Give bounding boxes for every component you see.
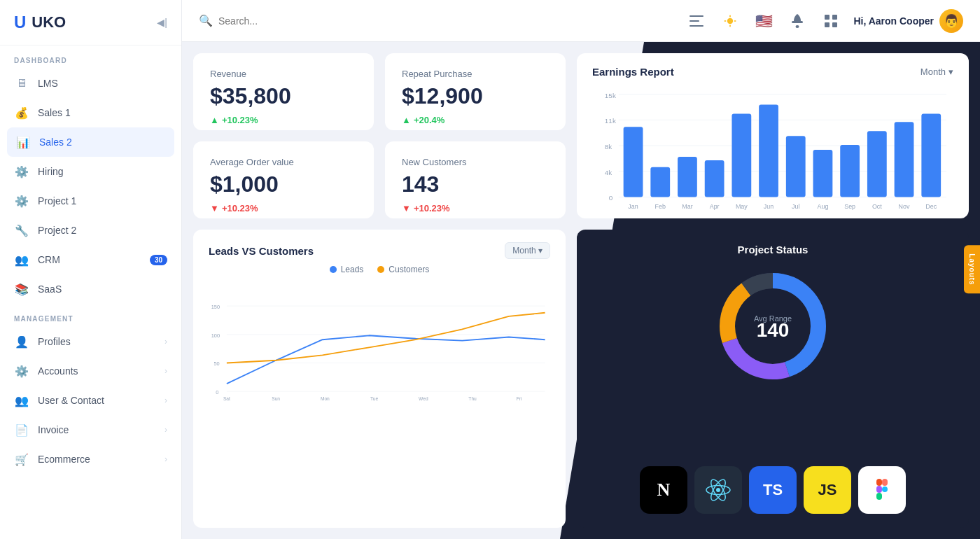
sidebar-logo: U UKO ◀| (0, 0, 181, 46)
svg-text:Jun: Jun (764, 203, 774, 210)
figma-icon[interactable] (858, 466, 906, 514)
sidebar-item-label: Invoice (38, 424, 69, 435)
earnings-header: Earnings Report Month ▾ (592, 66, 953, 78)
chevron-right-icon: › (164, 366, 167, 376)
ecommerce-icon: 🛒 (14, 451, 29, 467)
theme-toggle-icon[interactable] (719, 10, 741, 32)
sidebar-item-user-contact[interactable]: 👥 User & Contact › (0, 386, 181, 415)
sidebar-item-saas[interactable]: 📚 SaaS (0, 274, 181, 304)
revenue-card: Revenue $35,800 ▲ +10.23% (193, 53, 374, 130)
svg-rect-42 (867, 131, 887, 197)
layouts-button[interactable]: Layouts (964, 245, 980, 293)
new-customers-label: New Customers (402, 157, 549, 167)
search-bar[interactable]: 🔍 (199, 14, 409, 27)
customers-legend: Customers (377, 265, 429, 274)
new-customers-value: 143 (402, 172, 549, 197)
revenue-change: ▲ +10.23% (210, 115, 357, 125)
hiring-icon: ⚙️ (14, 164, 29, 179)
repeat-purchase-value: $12,900 (402, 83, 549, 109)
sidebar-item-ecommerce[interactable]: 🛒 Ecommerce › (0, 444, 181, 474)
collapse-sidebar-button[interactable]: ◀| (157, 17, 167, 28)
svg-rect-10 (825, 15, 830, 20)
logo: U UKO (14, 13, 66, 32)
sidebar-item-label: CRM (38, 254, 60, 265)
svg-rect-34 (759, 105, 778, 197)
sidebar-item-label: User & Contact (38, 395, 104, 406)
svg-text:Aug: Aug (818, 203, 829, 210)
sidebar: U UKO ◀| DASHBOARD 🖥 LMS 💰 Sales 1 📊 Sal… (0, 0, 182, 539)
leads-month-btn[interactable]: Month ▾ (505, 242, 550, 259)
svg-rect-13 (832, 22, 837, 27)
svg-text:Jul: Jul (792, 203, 799, 210)
svg-rect-11 (832, 15, 837, 20)
sidebar-item-label: Profiles (38, 336, 71, 347)
sidebar-item-hiring[interactable]: ⚙️ Hiring (0, 157, 181, 186)
svg-text:Feb: Feb (655, 203, 666, 210)
sidebar-item-label: Accounts (38, 365, 78, 377)
svg-rect-2 (690, 25, 704, 27)
svg-point-3 (727, 18, 733, 23)
sidebar-item-label: Ecommerce (38, 454, 90, 465)
menu-icon[interactable] (685, 10, 708, 32)
search-input[interactable] (218, 15, 358, 27)
sidebar-item-project1[interactable]: ⚙️ Project 1 (0, 186, 181, 216)
leads-dot (330, 266, 337, 273)
sidebar-item-label: Hiring (38, 166, 64, 177)
javascript-icon[interactable]: JS (804, 466, 851, 514)
sidebar-item-project2[interactable]: 🔧 Project 2 (0, 216, 181, 245)
revenue-value: $35,800 (210, 83, 357, 109)
greeting-text: Hi, Aaron Cooper (853, 15, 934, 27)
up-arrow-icon: ▲ (402, 115, 411, 125)
sales2-icon: 📊 (15, 134, 31, 150)
svg-text:150: 150 (211, 304, 220, 310)
svg-rect-12 (825, 22, 830, 27)
language-flag-icon[interactable]: 🇺🇸 (752, 10, 775, 32)
sidebar-item-label: Project 1 (38, 195, 76, 206)
sidebar-item-profiles[interactable]: 👤 Profiles › (0, 327, 181, 356)
sidebar-item-sales2[interactable]: 📊 Sales 2 (7, 127, 174, 157)
sidebar-item-invoice[interactable]: 📄 Invoice › (0, 415, 181, 444)
avg-order-label: Average Order value (210, 157, 357, 167)
topbar: 🔍 🇺🇸 Hi, Aaron Cooper 👨 (182, 0, 980, 42)
svg-text:50: 50 (214, 360, 219, 367)
saas-icon: 📚 (14, 281, 29, 297)
apps-grid-icon[interactable] (820, 10, 842, 32)
nextjs-icon[interactable]: N (640, 466, 687, 514)
svg-text:Jan: Jan (628, 203, 638, 210)
sidebar-item-sales1[interactable]: 💰 Sales 1 (0, 98, 181, 127)
user-greeting: Hi, Aaron Cooper 👨 (853, 9, 963, 33)
svg-point-73 (716, 488, 720, 492)
down-arrow-icon: ▼ (210, 203, 219, 214)
project1-icon: ⚙️ (14, 193, 29, 209)
svg-rect-44 (895, 122, 914, 197)
typescript-icon[interactable]: TS (749, 466, 797, 514)
svg-text:Wed: Wed (419, 396, 428, 401)
avatar: 👨 (939, 9, 963, 33)
new-customers-change: ▼ +10.23% (402, 203, 549, 214)
svg-text:140: 140 (757, 319, 790, 341)
repeat-purchase-change: ▲ +20.4% (402, 115, 549, 125)
logo-u: U (14, 13, 26, 32)
avg-order-card: Average Order value $1,000 ▼ +10.23% (193, 141, 374, 218)
customers-label: Customers (388, 265, 429, 274)
customers-dot (377, 266, 384, 273)
notifications-icon[interactable] (786, 10, 808, 32)
sidebar-item-label: Sales 2 (39, 136, 72, 148)
month-selector[interactable]: Month ▾ (920, 66, 953, 77)
svg-point-9 (796, 25, 799, 28)
react-icon[interactable] (694, 466, 742, 514)
earnings-title: Earnings Report (592, 66, 674, 78)
sidebar-item-lms[interactable]: 🖥 LMS (0, 69, 181, 98)
avg-order-value: $1,000 (210, 172, 357, 197)
leads-line-chart: 150 100 50 0 Sat Sun Mon (209, 280, 550, 420)
svg-rect-26 (650, 167, 670, 197)
leads-label: Leads (341, 265, 364, 274)
earnings-bar-chart: 15k 11k 8k 4k 0 Jan Feb (592, 83, 953, 223)
svg-text:Tue: Tue (370, 396, 379, 401)
svg-text:4k: 4k (605, 169, 612, 176)
sidebar-item-accounts[interactable]: ⚙️ Accounts › (0, 356, 181, 386)
sidebar-item-crm[interactable]: 👥 CRM 30 (0, 245, 181, 274)
revenue-label: Revenue (210, 69, 357, 79)
svg-text:Thu: Thu (468, 396, 477, 401)
accounts-icon: ⚙️ (14, 363, 29, 379)
